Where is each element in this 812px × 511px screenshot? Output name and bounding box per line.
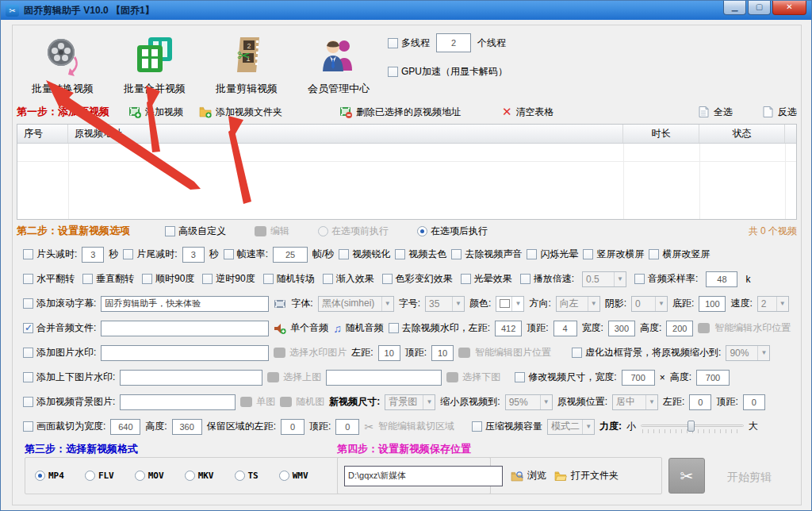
random-transition-checkbox[interactable]: 随机转场	[263, 272, 315, 286]
select-all-button[interactable]: 全选	[697, 106, 733, 119]
exec-before-radio[interactable]: 在选项前执行	[318, 225, 389, 238]
col-duration-header[interactable]: 时长	[623, 125, 699, 143]
choose-bottom-image-button[interactable]: 选择下图	[446, 371, 500, 384]
sharpen-checkbox[interactable]: 视频锐化	[339, 248, 390, 261]
batch-merge-button[interactable]: 批量合并视频	[109, 26, 201, 101]
shadow-select[interactable]: 0▼	[631, 296, 668, 312]
subtitle-text-input[interactable]	[101, 296, 269, 312]
choose-top-image-button[interactable]: 选择上图	[267, 371, 321, 384]
clear-table-button[interactable]: ✕ 清空表格	[502, 105, 554, 119]
direction-select[interactable]: 向左▼	[556, 296, 600, 312]
video-table-body[interactable]	[17, 144, 796, 219]
resize-height-input[interactable]	[696, 370, 730, 386]
member-center-button[interactable]: 会员管理中心	[293, 26, 385, 101]
smart-crop-label[interactable]: 智能编辑裁切区域	[378, 420, 454, 433]
font-select[interactable]: 黑体(simhei)▼	[318, 296, 394, 312]
add-folder-button[interactable]: 添加视频文件夹	[199, 106, 282, 119]
play-speed-select[interactable]: 0.5▼	[582, 271, 626, 287]
wm-top-input[interactable]	[553, 321, 577, 336]
fontsize-select[interactable]: 35▼	[425, 296, 465, 312]
keep-left-input[interactable]	[281, 419, 304, 435]
col-path-header[interactable]: 原视频地址	[68, 125, 623, 143]
blur-shrink-select[interactable]: 90%▼	[726, 345, 770, 361]
smart-image-label[interactable]: 智能编辑图片位置	[475, 346, 551, 359]
head-trim-input[interactable]	[82, 247, 104, 263]
fps-input[interactable]	[273, 247, 308, 263]
random-image-button[interactable]: 随机图	[280, 395, 324, 409]
halo-fx-checkbox[interactable]: 光晕效果	[461, 272, 512, 286]
watermark-image-input[interactable]	[101, 345, 269, 361]
add-video-button[interactable]: 添加视频	[128, 106, 183, 119]
format-radio-flv[interactable]: FLV	[85, 471, 114, 481]
wm-height-input[interactable]	[666, 321, 693, 336]
edit-button[interactable]: 编辑	[255, 225, 289, 238]
gpu-accel-checkbox[interactable]: GPU加速（用显卡解码）	[388, 65, 508, 79]
resize-width-input[interactable]	[622, 370, 655, 386]
crop-width-input[interactable]	[110, 419, 140, 435]
random-audio-button[interactable]: ♫ 随机音频	[333, 321, 384, 335]
flicker-checkbox[interactable]: 闪烁光晕	[527, 248, 578, 261]
bg-left-input[interactable]	[689, 394, 711, 410]
sample-rate-input[interactable]	[706, 271, 737, 287]
format-radio-ts[interactable]: TS	[235, 471, 259, 481]
maximize-button[interactable]: ▢	[748, 1, 771, 15]
tail-trim-checkbox[interactable]: 片尾减时:	[123, 248, 177, 261]
col-index-header[interactable]: 序号	[17, 125, 68, 143]
exec-after-radio[interactable]: 在选项后执行	[417, 225, 488, 238]
open-folder-button[interactable]: 打开文件夹	[554, 469, 619, 482]
blur-border-checkbox[interactable]: 虚化边框背景，将原视频缩小到:	[572, 346, 721, 359]
format-radio-mov[interactable]: MOV	[135, 471, 164, 481]
compress-checkbox[interactable]: 压缩视频容量	[472, 420, 542, 433]
mute-checkbox[interactable]: 去除视频声音	[451, 248, 522, 261]
color-select[interactable]: ▼	[496, 296, 524, 312]
bottom-image-input[interactable]	[326, 370, 442, 386]
hflip-checkbox[interactable]: 水平翻转	[23, 272, 75, 286]
top-bottom-watermark-checkbox[interactable]: 添加上下图片水印:	[23, 371, 115, 384]
compress-mode-select[interactable]: 模式二▼	[547, 419, 595, 435]
thread-count-input[interactable]	[436, 33, 471, 52]
batch-convert-button[interactable]: 批量转换视频	[17, 26, 109, 101]
vertical-to-horizontal-checkbox[interactable]: 竖屏改横屏	[583, 248, 644, 261]
strength-slider[interactable]	[641, 420, 744, 434]
background-image-checkbox[interactable]: 添加视频背景图片:	[23, 395, 115, 409]
color-fx-checkbox[interactable]: 色彩变幻效果	[382, 272, 453, 286]
scroll-subtitle-checkbox[interactable]: 添加滚动字幕:	[23, 297, 96, 310]
advanced-custom-checkbox[interactable]: 高级自定义	[165, 225, 226, 238]
save-path-input[interactable]	[344, 466, 503, 486]
minimize-button[interactable]: ▁	[723, 1, 746, 15]
rotate-cw90-checkbox[interactable]: 顺时90度	[142, 272, 194, 286]
decolor-checkbox[interactable]: 视频去色	[395, 248, 446, 261]
new-size-select[interactable]: 背景图▼	[385, 394, 435, 410]
format-radio-mp4[interactable]: MP4	[35, 471, 64, 481]
remove-selected-button[interactable]: 删除已选择的原视频地址	[339, 106, 461, 119]
format-radio-wmv[interactable]: WMV	[279, 471, 308, 481]
invert-select-button[interactable]: 反选	[761, 106, 797, 119]
shrink-select[interactable]: 95%▼	[505, 394, 553, 410]
remove-watermark-checkbox[interactable]: 去除视频水印，左距:	[389, 321, 490, 335]
bg-top-input[interactable]	[743, 394, 765, 410]
vflip-checkbox[interactable]: 垂直翻转	[82, 272, 134, 286]
col-status-header[interactable]: 状态	[699, 125, 785, 143]
wm-width-input[interactable]	[608, 321, 635, 336]
single-audio-button[interactable]: 单个音频	[274, 321, 328, 335]
crop-height-input[interactable]	[172, 419, 202, 435]
batch-clip-button[interactable]: 21✂ 批量剪辑视频	[201, 26, 293, 101]
single-image-button[interactable]: 单图	[240, 395, 275, 409]
top-image-input[interactable]	[120, 370, 262, 386]
fps-checkbox[interactable]: 帧速率:	[224, 248, 268, 261]
wm-left-input[interactable]	[495, 321, 522, 336]
image-top-input[interactable]	[431, 345, 454, 361]
slider-thumb[interactable]	[688, 421, 695, 432]
horizontal-to-vertical-checkbox[interactable]: 横屏改竖屏	[649, 248, 710, 261]
position-select[interactable]: 居中▼	[612, 394, 658, 410]
start-clip-button[interactable]: ✂	[668, 458, 705, 494]
background-image-input[interactable]	[120, 394, 236, 410]
multithread-checkbox[interactable]: 多线程	[388, 36, 430, 50]
browse-button[interactable]: 浏览	[511, 469, 546, 482]
tail-trim-input[interactable]	[182, 247, 205, 263]
keep-top-input[interactable]	[335, 419, 359, 435]
image-left-input[interactable]	[378, 345, 400, 361]
merge-audio-checkbox[interactable]: 合并音频文件:	[23, 321, 96, 335]
format-radio-mkv[interactable]: MKV	[185, 471, 214, 481]
scroll-speed-select[interactable]: 2▼	[757, 296, 789, 312]
